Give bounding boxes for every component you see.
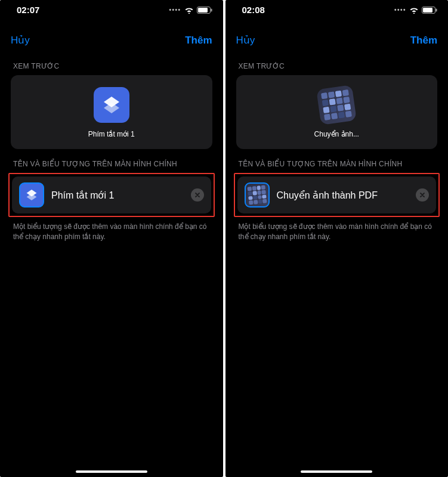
cell-dots-icon: •••• [394, 7, 406, 13]
clear-text-button[interactable] [191, 188, 204, 202]
clock: 02:08 [242, 5, 265, 15]
cancel-button[interactable]: Hủy [236, 34, 255, 47]
status-icons: •••• [394, 7, 437, 14]
svg-rect-1 [198, 8, 208, 13]
cell-dots-icon: •••• [169, 7, 181, 13]
shortcut-app-icon-photo [316, 85, 357, 125]
home-indicator[interactable] [301, 470, 372, 473]
shortcut-app-icon [94, 87, 129, 123]
svg-rect-2 [211, 8, 212, 11]
preview-card: Chuyển ảnh... [236, 75, 438, 149]
footer-hint: Một biểu tượng sẽ được thêm vào màn hình… [225, 217, 449, 243]
status-bar: 02:08 •••• [225, 0, 449, 17]
nav-bar: Hủy Thêm [225, 17, 449, 51]
icon-picker-button[interactable] [245, 182, 270, 207]
name-input-row[interactable] [12, 176, 211, 213]
name-input-row[interactable] [237, 176, 437, 213]
preview-header: XEM TRƯỚC [225, 51, 449, 75]
photo-thumb-icon [247, 185, 267, 205]
shortcut-name-input[interactable] [51, 190, 184, 200]
status-bar: 02:07 •••• [0, 0, 223, 17]
highlighted-input-area [234, 173, 440, 217]
photo-thumb-icon [321, 89, 352, 120]
preview-label: Chuyển ảnh... [314, 130, 359, 138]
close-icon [419, 192, 425, 198]
wifi-icon [184, 7, 194, 14]
svg-rect-4 [423, 8, 432, 13]
add-button[interactable]: Thêm [410, 35, 437, 47]
clock: 02:07 [17, 5, 39, 15]
home-indicator[interactable] [76, 470, 147, 473]
highlighted-input-area [8, 173, 215, 217]
add-button[interactable]: Thêm [185, 35, 212, 47]
preview-label: Phím tắt mới 1 [88, 130, 135, 138]
cancel-button[interactable]: Hủy [11, 34, 30, 47]
clear-text-button[interactable] [416, 188, 429, 202]
shortcut-name-input[interactable] [277, 190, 409, 200]
footer-hint: Một biểu tượng sẽ được thêm vào màn hình… [0, 217, 223, 243]
preview-header: XEM TRƯỚC [0, 51, 223, 75]
name-icon-header: TÊN VÀ BIỂU TƯỢNG TRÊN MÀN HÌNH CHÍNH [0, 149, 223, 173]
shortcuts-icon [101, 95, 122, 115]
icon-picker-button[interactable] [19, 182, 44, 207]
phone-screen-left: 02:07 •••• Hủy Thêm XEM TRƯỚC Phím tắt m… [0, 0, 223, 477]
battery-icon [422, 7, 437, 14]
shortcuts-icon [25, 188, 38, 202]
close-icon [194, 192, 200, 198]
battery-icon [197, 7, 212, 14]
status-icons: •••• [169, 7, 212, 14]
preview-card: Phím tắt mới 1 [11, 75, 212, 149]
name-icon-header: TÊN VÀ BIỂU TƯỢNG TRÊN MÀN HÌNH CHÍNH [225, 149, 449, 173]
nav-bar: Hủy Thêm [0, 17, 223, 51]
svg-rect-5 [436, 8, 437, 11]
wifi-icon [409, 7, 419, 14]
phone-screen-right: 02:08 •••• Hủy Thêm XEM TRƯỚC Chuyển ảnh… [225, 0, 449, 477]
